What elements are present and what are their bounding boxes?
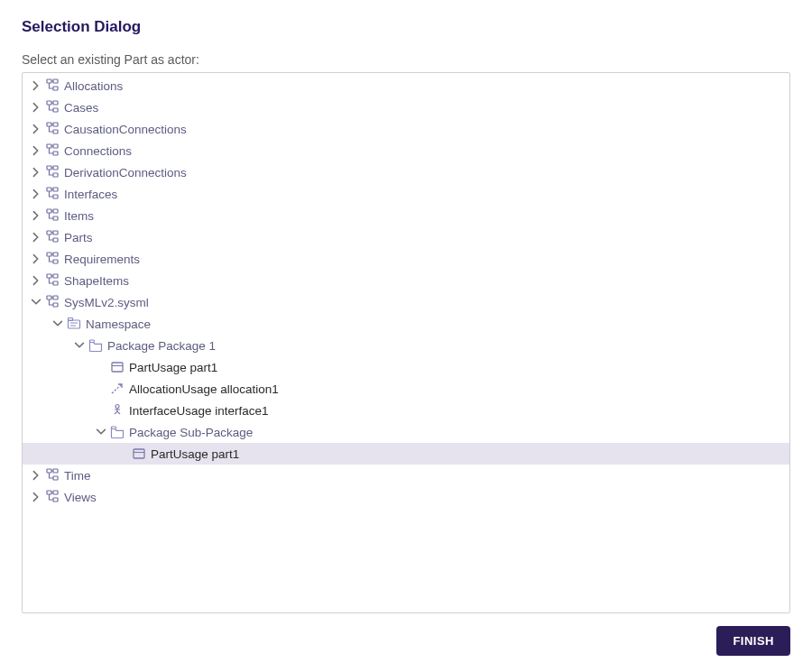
tree-item-requirements[interactable]: Requirements — [23, 248, 789, 270]
tree-item-label: Views — [64, 491, 97, 504]
folder-icon — [88, 338, 104, 353]
tree-icon — [45, 273, 60, 288]
finish-button[interactable]: FINISH — [716, 626, 790, 656]
chevron-right-icon — [30, 491, 42, 503]
chevron-down-icon — [30, 296, 42, 308]
dialog-title: Selection Dialog — [22, 18, 790, 36]
tree-item-shapeitems[interactable]: ShapeItems — [23, 270, 789, 291]
tree-item-label: Connections — [64, 144, 132, 158]
tree-item-allocations[interactable]: Allocations — [23, 75, 789, 97]
part-icon — [110, 360, 125, 374]
expand-toggle[interactable] — [28, 294, 44, 310]
tree-item-parts[interactable]: Parts — [23, 226, 789, 248]
expand-toggle[interactable] — [28, 229, 44, 245]
tree-icon — [45, 100, 60, 115]
namespace-icon — [67, 317, 81, 331]
tree-item-label: Interfaces — [64, 188, 117, 201]
tree-item-items[interactable]: Items — [23, 205, 789, 226]
tree-icon — [44, 490, 60, 504]
tree-icon — [45, 165, 60, 180]
tree-item-label: InterfaceUsage interface1 — [129, 404, 269, 418]
tree-item-views[interactable]: Views — [23, 486, 789, 508]
chevron-right-icon — [30, 166, 42, 179]
part-icon — [132, 446, 146, 461]
chevron-right-icon — [30, 231, 42, 244]
tree-item-pkg1[interactable]: Package Package 1 — [23, 335, 789, 356]
tree-icon — [45, 468, 60, 483]
allocation-icon — [110, 382, 125, 396]
tree-item-part1[interactable]: PartUsage part1 — [23, 356, 789, 378]
expand-toggle[interactable] — [28, 143, 44, 159]
chevron-down-icon — [73, 339, 86, 352]
tree-item-subpkg[interactable]: Package Sub-Package — [23, 421, 789, 443]
tree-icon — [44, 122, 60, 136]
tree-root: AllocationsCasesCausationConnectionsConn… — [23, 73, 789, 510]
expand-toggle[interactable] — [50, 316, 66, 332]
tree-item-part1b[interactable]: PartUsage part1 — [23, 443, 789, 465]
tree-item-causation[interactable]: CausationConnections — [23, 118, 789, 140]
tree-item-label: ShapeItems — [64, 274, 129, 288]
tree-item-label: Package Sub-Package — [129, 426, 253, 439]
part-icon — [131, 446, 147, 461]
tree-item-label: Package Package 1 — [107, 339, 216, 353]
tree-item-label: DerivationConnections — [64, 166, 187, 180]
tree-item-sysml[interactable]: SysMLv2.sysml — [23, 291, 789, 313]
tree-icon — [45, 490, 60, 504]
expand-toggle[interactable] — [93, 424, 109, 440]
expand-toggle[interactable] — [28, 207, 44, 224]
expand-toggle[interactable] — [28, 78, 44, 94]
tree-item-namespace[interactable]: Namespace — [23, 313, 789, 335]
tree-item-label: Allocations — [64, 79, 123, 93]
expand-toggle[interactable] — [28, 467, 44, 483]
tree-item-label: Items — [64, 209, 94, 223]
interface-icon — [110, 403, 125, 418]
namespace-icon — [66, 317, 82, 331]
chevron-right-icon — [30, 79, 42, 92]
tree-icon — [44, 165, 60, 180]
tree-item-label: Parts — [64, 231, 93, 244]
expand-toggle[interactable] — [28, 164, 44, 180]
chevron-right-icon — [30, 209, 42, 222]
tree-icon — [44, 187, 60, 201]
tree-icon — [44, 295, 60, 309]
selection-dialog: Selection Dialog Select an existing Part… — [0, 0, 812, 672]
allocation-icon — [109, 382, 125, 396]
chevron-right-icon — [30, 274, 42, 287]
tree-item-label: Namespace — [86, 318, 151, 331]
tree-item-label: PartUsage part1 — [151, 447, 239, 461]
expand-toggle[interactable] — [28, 272, 44, 289]
chevron-right-icon — [30, 144, 42, 157]
tree-item-label: Time — [64, 469, 91, 483]
chevron-right-icon — [30, 188, 42, 200]
folder-icon — [110, 425, 125, 439]
tree-item-derivation[interactable]: DerivationConnections — [23, 161, 789, 183]
tree-icon — [45, 295, 60, 309]
tree-icon — [45, 122, 60, 136]
chevron-down-icon — [95, 426, 107, 438]
tree-item-time[interactable]: Time — [23, 465, 789, 486]
expand-toggle[interactable] — [28, 186, 44, 202]
expand-toggle[interactable] — [71, 337, 88, 354]
expand-toggle[interactable] — [28, 121, 44, 137]
tree-icon — [44, 252, 60, 266]
tree-item-label: Cases — [64, 101, 98, 115]
folder-icon — [109, 425, 125, 439]
tree-icon — [45, 143, 60, 158]
expand-toggle[interactable] — [28, 99, 44, 115]
tree-item-connections[interactable]: Connections — [23, 140, 789, 161]
folder-icon — [88, 338, 103, 353]
tree-icon — [44, 273, 60, 288]
tree-item-interfaces[interactable]: Interfaces — [23, 183, 789, 205]
tree-item-cases[interactable]: Cases — [23, 97, 789, 118]
expand-toggle[interactable] — [28, 251, 44, 267]
expand-toggle[interactable] — [28, 489, 44, 505]
chevron-down-icon — [51, 318, 64, 330]
tree-item-label: Requirements — [64, 253, 140, 266]
tree-item-alloc1[interactable]: AllocationUsage allocation1 — [23, 378, 789, 400]
chevron-right-icon — [30, 123, 42, 135]
tree-icon — [44, 143, 60, 158]
chevron-right-icon — [30, 101, 42, 114]
tree-item-iface1[interactable]: InterfaceUsage interface1 — [23, 400, 789, 421]
tree-icon — [44, 100, 60, 115]
tree-container[interactable]: AllocationsCasesCausationConnectionsConn… — [22, 72, 790, 613]
